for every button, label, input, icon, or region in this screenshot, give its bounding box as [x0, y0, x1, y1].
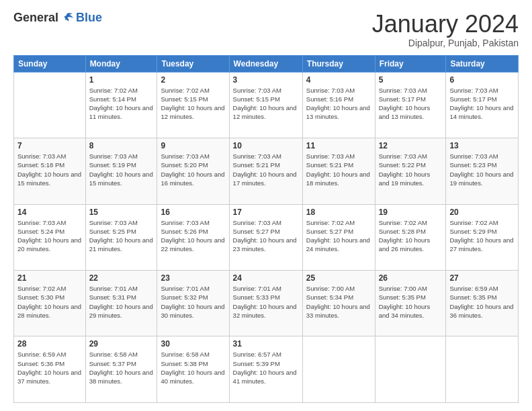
weekday-tuesday: Tuesday: [157, 55, 229, 72]
weekday-header-row: SundayMondayTuesdayWednesdayThursdayFrid…: [14, 55, 519, 72]
day-info: Sunrise: 7:02 AM Sunset: 5:14 PM Dayligh…: [89, 86, 154, 122]
day-cell: 8Sunrise: 7:03 AM Sunset: 5:19 PM Daylig…: [85, 138, 157, 204]
day-number: 23: [161, 273, 225, 283]
day-number: 7: [17, 141, 82, 150]
day-info: Sunrise: 7:02 AM Sunset: 5:30 PM Dayligh…: [17, 284, 82, 320]
day-number: 28: [17, 339, 82, 349]
day-info: Sunrise: 7:03 AM Sunset: 5:23 PM Dayligh…: [449, 152, 515, 187]
day-number: 18: [306, 208, 371, 217]
day-info: Sunrise: 7:03 AM Sunset: 5:15 PM Dayligh…: [233, 86, 299, 122]
day-number: 13: [449, 141, 515, 150]
sub-title: Dipalpur, Punjab, Pakistan: [372, 38, 519, 48]
logo-text-general: General: [13, 11, 58, 25]
day-number: 24: [233, 273, 299, 283]
day-info: Sunrise: 7:03 AM Sunset: 5:21 PM Dayligh…: [233, 152, 299, 187]
day-cell: 21Sunrise: 7:02 AM Sunset: 5:30 PM Dayli…: [14, 271, 86, 336]
day-number: 25: [306, 273, 371, 283]
day-cell: 18Sunrise: 7:02 AM Sunset: 5:27 PM Dayli…: [302, 204, 375, 270]
day-number: 1: [89, 75, 154, 85]
day-info: Sunrise: 6:59 AM Sunset: 5:36 PM Dayligh…: [17, 350, 82, 385]
week-row-4: 21Sunrise: 7:02 AM Sunset: 5:30 PM Dayli…: [14, 271, 519, 336]
day-cell: 13Sunrise: 7:03 AM Sunset: 5:23 PM Dayli…: [446, 138, 519, 204]
day-info: Sunrise: 7:03 AM Sunset: 5:17 PM Dayligh…: [379, 86, 443, 122]
day-number: 30: [161, 339, 225, 349]
header: General Blue January 2024 Dipalpur, Punj…: [13, 11, 519, 48]
day-cell: 1Sunrise: 7:02 AM Sunset: 5:14 PM Daylig…: [85, 72, 157, 138]
week-row-2: 7Sunrise: 7:03 AM Sunset: 5:18 PM Daylig…: [14, 138, 519, 204]
weekday-friday: Friday: [375, 55, 446, 72]
day-cell: 27Sunrise: 6:59 AM Sunset: 5:35 PM Dayli…: [446, 271, 519, 336]
day-number: 5: [379, 75, 443, 85]
day-info: Sunrise: 7:03 AM Sunset: 5:25 PM Dayligh…: [89, 218, 154, 254]
day-number: 3: [233, 75, 299, 85]
day-cell: 28Sunrise: 6:59 AM Sunset: 5:36 PM Dayli…: [14, 336, 86, 403]
logo: General Blue: [13, 11, 102, 25]
weekday-thursday: Thursday: [302, 55, 375, 72]
day-cell: 20Sunrise: 7:02 AM Sunset: 5:29 PM Dayli…: [446, 204, 519, 270]
day-cell: [302, 336, 375, 403]
week-row-3: 14Sunrise: 7:03 AM Sunset: 5:24 PM Dayli…: [14, 204, 519, 270]
day-info: Sunrise: 6:58 AM Sunset: 5:38 PM Dayligh…: [161, 350, 225, 385]
weekday-wednesday: Wednesday: [229, 55, 302, 72]
day-info: Sunrise: 7:03 AM Sunset: 5:27 PM Dayligh…: [233, 218, 299, 254]
day-number: 26: [379, 273, 443, 283]
weekday-monday: Monday: [85, 55, 157, 72]
day-cell: 23Sunrise: 7:01 AM Sunset: 5:32 PM Dayli…: [157, 271, 229, 336]
day-cell: 7Sunrise: 7:03 AM Sunset: 5:18 PM Daylig…: [14, 138, 86, 204]
day-info: Sunrise: 7:03 AM Sunset: 5:17 PM Dayligh…: [449, 86, 515, 122]
calendar-page: General Blue January 2024 Dipalpur, Punj…: [0, 0, 532, 411]
day-number: 2: [161, 75, 225, 85]
day-cell: 5Sunrise: 7:03 AM Sunset: 5:17 PM Daylig…: [375, 72, 446, 138]
day-cell: 17Sunrise: 7:03 AM Sunset: 5:27 PM Dayli…: [229, 204, 302, 270]
day-info: Sunrise: 7:03 AM Sunset: 5:16 PM Dayligh…: [306, 86, 371, 122]
title-block: January 2024 Dipalpur, Punjab, Pakistan: [372, 11, 519, 48]
day-info: Sunrise: 7:03 AM Sunset: 5:20 PM Dayligh…: [161, 152, 225, 187]
day-number: 9: [161, 141, 225, 150]
day-info: Sunrise: 7:03 AM Sunset: 5:26 PM Dayligh…: [161, 218, 225, 254]
day-cell: 12Sunrise: 7:03 AM Sunset: 5:22 PM Dayli…: [375, 138, 446, 204]
day-cell: [375, 336, 446, 403]
day-info: Sunrise: 6:57 AM Sunset: 5:39 PM Dayligh…: [233, 350, 299, 385]
weekday-saturday: Saturday: [446, 55, 519, 72]
day-cell: 25Sunrise: 7:00 AM Sunset: 5:34 PM Dayli…: [302, 271, 375, 336]
day-info: Sunrise: 7:03 AM Sunset: 5:24 PM Dayligh…: [17, 218, 82, 254]
day-cell: 16Sunrise: 7:03 AM Sunset: 5:26 PM Dayli…: [157, 204, 229, 270]
week-row-1: 1Sunrise: 7:02 AM Sunset: 5:14 PM Daylig…: [14, 72, 519, 138]
day-number: 17: [233, 208, 299, 217]
day-cell: 22Sunrise: 7:01 AM Sunset: 5:31 PM Dayli…: [85, 271, 157, 336]
day-number: 14: [17, 208, 82, 217]
day-number: 19: [379, 208, 443, 217]
day-info: Sunrise: 7:03 AM Sunset: 5:18 PM Dayligh…: [17, 152, 82, 187]
day-cell: 11Sunrise: 7:03 AM Sunset: 5:21 PM Dayli…: [302, 138, 375, 204]
day-number: 4: [306, 75, 371, 85]
day-number: 8: [89, 141, 154, 150]
day-cell: 26Sunrise: 7:00 AM Sunset: 5:35 PM Dayli…: [375, 271, 446, 336]
day-info: Sunrise: 7:03 AM Sunset: 5:21 PM Dayligh…: [306, 152, 371, 187]
week-row-5: 28Sunrise: 6:59 AM Sunset: 5:36 PM Dayli…: [14, 336, 519, 403]
day-info: Sunrise: 7:01 AM Sunset: 5:31 PM Dayligh…: [89, 284, 154, 320]
day-cell: 4Sunrise: 7:03 AM Sunset: 5:16 PM Daylig…: [302, 72, 375, 138]
day-info: Sunrise: 7:03 AM Sunset: 5:22 PM Dayligh…: [379, 152, 443, 187]
day-cell: 2Sunrise: 7:02 AM Sunset: 5:15 PM Daylig…: [157, 72, 229, 138]
day-number: 11: [306, 141, 371, 150]
day-cell: 24Sunrise: 7:01 AM Sunset: 5:33 PM Dayli…: [229, 271, 302, 336]
logo-bird-icon: [60, 12, 75, 24]
day-cell: 31Sunrise: 6:57 AM Sunset: 5:39 PM Dayli…: [229, 336, 302, 403]
day-cell: 9Sunrise: 7:03 AM Sunset: 5:20 PM Daylig…: [157, 138, 229, 204]
main-title: January 2024: [372, 11, 519, 38]
day-number: 29: [89, 339, 154, 349]
day-info: Sunrise: 7:01 AM Sunset: 5:33 PM Dayligh…: [233, 284, 299, 320]
day-info: Sunrise: 7:02 AM Sunset: 5:28 PM Dayligh…: [379, 218, 443, 254]
day-cell: 6Sunrise: 7:03 AM Sunset: 5:17 PM Daylig…: [446, 72, 519, 138]
logo-text-blue: Blue: [76, 11, 102, 25]
day-number: 31: [233, 339, 299, 349]
day-info: Sunrise: 7:02 AM Sunset: 5:15 PM Dayligh…: [161, 86, 225, 122]
day-number: 10: [233, 141, 299, 150]
day-info: Sunrise: 7:03 AM Sunset: 5:19 PM Dayligh…: [89, 152, 154, 187]
day-cell: 3Sunrise: 7:03 AM Sunset: 5:15 PM Daylig…: [229, 72, 302, 138]
day-cell: 29Sunrise: 6:58 AM Sunset: 5:37 PM Dayli…: [85, 336, 157, 403]
day-info: Sunrise: 6:58 AM Sunset: 5:37 PM Dayligh…: [89, 350, 154, 385]
day-cell: 19Sunrise: 7:02 AM Sunset: 5:28 PM Dayli…: [375, 204, 446, 270]
day-number: 16: [161, 208, 225, 217]
day-info: Sunrise: 7:00 AM Sunset: 5:35 PM Dayligh…: [379, 284, 443, 320]
